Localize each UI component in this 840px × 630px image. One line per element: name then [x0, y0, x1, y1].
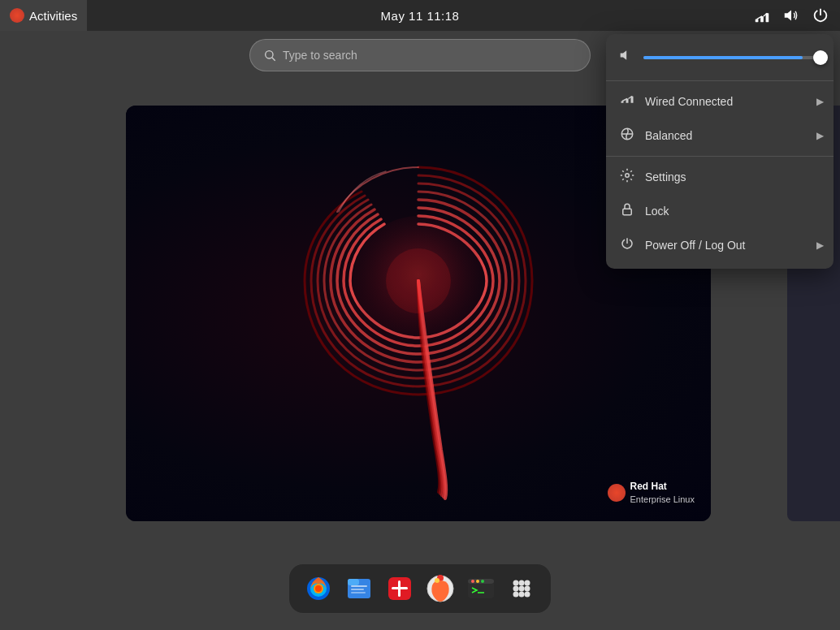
volume-icon: [782, 6, 800, 24]
software-icon: [385, 574, 414, 603]
svg-rect-0: [756, 19, 759, 23]
wired-label: Wired Connected: [645, 95, 733, 108]
svg-rect-27: [351, 589, 364, 590]
menu-item-settings[interactable]: Settings: [606, 160, 834, 194]
network-tray-icon[interactable]: [749, 2, 775, 28]
dock-item-appgrid[interactable]: [504, 571, 539, 606]
menu-item-power[interactable]: Power Off / Log Out ▶: [606, 228, 834, 262]
power-icon: [812, 6, 829, 24]
svg-rect-25: [348, 579, 359, 585]
volume-mute-icon[interactable]: [619, 47, 635, 67]
svg-point-47: [513, 592, 519, 598]
activities-label: Activities: [29, 9, 77, 23]
svg-rect-28: [351, 592, 366, 593]
search-placeholder: Type to search: [283, 49, 357, 62]
redhat-branding: Red Hat Enterprise Linux: [608, 481, 695, 505]
svg-point-37: [471, 580, 474, 583]
dock-item-terminal[interactable]: [463, 571, 499, 606]
settings-icon: [619, 168, 635, 186]
dock: [288, 563, 552, 614]
search-container: Type to search: [249, 39, 591, 71]
redhat-logo: [10, 8, 24, 23]
svg-point-18: [626, 174, 630, 178]
svg-rect-26: [351, 585, 367, 587]
help-icon: [426, 574, 455, 603]
power-tray-icon[interactable]: [808, 2, 834, 28]
menu-separator-2: [606, 156, 834, 157]
svg-point-38: [476, 580, 479, 583]
svg-point-44: [513, 586, 519, 592]
svg-point-23: [315, 585, 322, 592]
files-icon: [344, 574, 374, 603]
svg-line-7: [272, 58, 275, 61]
lock-label: Lock: [645, 205, 669, 218]
power-label: Power Off / Log Out: [645, 239, 745, 252]
settings-label: Settings: [645, 170, 686, 183]
wired-icon: [619, 93, 635, 110]
menu-separator-1: [606, 80, 834, 81]
svg-rect-11: [621, 101, 624, 103]
swirl-graphic: [223, 119, 613, 508]
activities-button[interactable]: Activities: [0, 0, 87, 31]
svg-rect-31: [398, 580, 401, 597]
menu-item-wired[interactable]: Wired Connected ▶: [606, 84, 834, 119]
balanced-arrow: ▶: [816, 130, 824, 141]
svg-point-41: [513, 580, 519, 586]
svg-point-43: [525, 580, 530, 586]
menu-item-balanced[interactable]: Balanced ▶: [606, 119, 834, 153]
dock-item-firefox[interactable]: [301, 571, 336, 606]
power-off-icon: [619, 236, 635, 254]
svg-point-39: [481, 580, 484, 583]
menu-item-lock[interactable]: Lock: [606, 194, 834, 228]
svg-point-6: [266, 51, 273, 58]
svg-point-49: [525, 592, 530, 598]
search-bar[interactable]: Type to search: [249, 39, 591, 71]
terminal-icon: [466, 574, 496, 603]
svg-point-34: [435, 578, 439, 583]
brand-line2: Enterprise Linux: [630, 494, 695, 505]
svg-point-45: [519, 586, 525, 592]
dock-item-software[interactable]: [382, 571, 418, 606]
network-icon: [753, 6, 771, 24]
brand-line1: Red Hat: [630, 481, 695, 494]
balanced-icon: [619, 127, 635, 145]
svg-rect-19: [623, 209, 632, 215]
power-arrow: ▶: [816, 239, 824, 251]
firefox-icon: [304, 574, 333, 603]
svg-point-46: [525, 586, 530, 592]
dock-item-help[interactable]: [422, 571, 458, 606]
appgrid-icon: [507, 574, 536, 603]
volume-knob[interactable]: [813, 50, 828, 65]
search-icon: [263, 49, 276, 62]
dock-item-files[interactable]: [341, 571, 377, 606]
wired-arrow: ▶: [816, 96, 824, 107]
topbar: Activities May 11 11:18: [0, 0, 840, 31]
system-menu: Wired Connected ▶ Balanced ▶ Settings: [606, 34, 834, 269]
volume-fill: [643, 56, 803, 59]
lock-icon: [619, 202, 635, 220]
volume-slider[interactable]: [643, 56, 821, 59]
svg-marker-5: [785, 11, 791, 21]
balanced-label: Balanced: [645, 129, 692, 142]
system-tray: [749, 2, 840, 28]
volume-row: [606, 44, 834, 77]
svg-point-9: [386, 248, 451, 313]
volume-tray-icon[interactable]: [778, 2, 804, 28]
clock-display: May 11 11:18: [381, 9, 460, 23]
svg-point-48: [519, 592, 525, 598]
svg-marker-10: [621, 50, 627, 60]
svg-point-42: [519, 580, 525, 586]
redhat-logo-icon: [608, 484, 626, 502]
